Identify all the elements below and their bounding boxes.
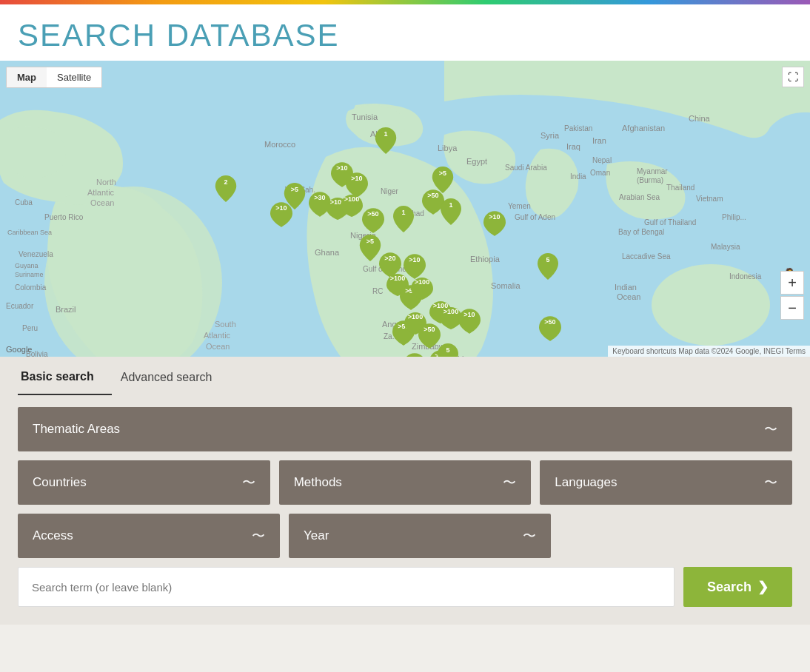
svg-text:Arabian Sea: Arabian Sea (619, 193, 660, 201)
thematic-areas-chevron: 〜 (764, 420, 777, 438)
svg-text:Bay of Bengal: Bay of Bengal (618, 228, 664, 236)
svg-text:Ocean: Ocean (617, 292, 640, 301)
svg-text:Oman: Oman (590, 169, 610, 177)
tab-advanced-search[interactable]: Advanced search (118, 357, 230, 395)
svg-text:RC: RC (372, 287, 383, 295)
map-pin[interactable]: >10 (483, 210, 506, 240)
map-pin[interactable]: >50 (362, 207, 384, 237)
languages-filter[interactable]: Languages 〜 (540, 460, 792, 505)
row-access-year: Access 〜 Year 〜 (18, 514, 792, 558)
svg-text:Afghanistan: Afghanistan (622, 124, 665, 132)
map-pin[interactable]: >10 (270, 201, 292, 231)
svg-text:Indonesia: Indonesia (729, 272, 762, 280)
map-attribution: Keyboard shortcuts Map data ©2024 Google… (608, 346, 810, 357)
svg-text:Libya: Libya (438, 144, 458, 152)
svg-text:Iraq: Iraq (566, 142, 580, 151)
map-pin[interactable]: 1 (392, 206, 415, 235)
map-pin[interactable]: >100 (341, 192, 363, 222)
map-pin[interactable]: 1 (440, 198, 462, 228)
svg-text:Thailand: Thailand (666, 184, 694, 192)
countries-filter[interactable]: Countries 〜 (18, 460, 270, 505)
access-label: Access (33, 528, 73, 543)
svg-text:Ethiopia: Ethiopia (470, 255, 501, 263)
search-input[interactable] (18, 567, 675, 607)
svg-text:Caribbean Sea: Caribbean Sea (7, 229, 52, 236)
svg-text:Ecuador: Ecuador (6, 302, 34, 310)
svg-text:Brazil: Brazil (56, 305, 76, 314)
methods-label: Methods (294, 475, 342, 490)
row-countries-methods-languages: Countries 〜 Methods 〜 Languages 〜 (18, 460, 792, 505)
svg-text:Atlantic: Atlantic (87, 188, 115, 197)
svg-text:Niger: Niger (381, 187, 399, 195)
svg-text:Puerto Rico: Puerto Rico (44, 213, 84, 221)
methods-filter[interactable]: Methods 〜 (279, 460, 532, 505)
svg-text:Egypt: Egypt (466, 157, 487, 166)
thematic-areas-label: Thematic Areas (33, 422, 120, 437)
svg-text:Gulf of Aden: Gulf of Aden (515, 213, 555, 221)
zoom-out-button[interactable]: − (780, 296, 804, 320)
svg-text:Somalia: Somalia (491, 281, 521, 290)
map-pin[interactable]: 5 (537, 253, 559, 283)
map-view-controls: Map Satellite (6, 67, 102, 88)
search-button[interactable]: Search ❯ (683, 567, 792, 607)
tab-basic-search[interactable]: Basic search (18, 357, 112, 395)
svg-text:Atlantic: Atlantic (204, 331, 231, 340)
thematic-areas-row: Thematic Areas 〜 (18, 407, 792, 451)
search-panel: Basic search Advanced search Thematic Ar… (0, 357, 810, 625)
google-logo: Google (6, 345, 32, 354)
svg-text:China: China (689, 114, 711, 123)
svg-text:Yemen: Yemen (508, 202, 531, 210)
page-title: SEARCH DATABASE (18, 18, 792, 53)
svg-text:Syria: Syria (540, 131, 560, 140)
map-pin[interactable]: >5 (359, 235, 381, 264)
map-pin[interactable]: 2 (215, 175, 237, 205)
svg-text:Saudi Arabia: Saudi Arabia (505, 164, 547, 172)
svg-text:Morocco: Morocco (264, 140, 295, 149)
svg-text:Gulf of Thailand: Gulf of Thailand (644, 218, 696, 226)
svg-text:Venezuela: Venezuela (19, 250, 53, 258)
year-label: Year (304, 528, 329, 543)
svg-text:India: India (570, 172, 586, 181)
svg-text:Suriname: Suriname (15, 271, 44, 278)
map-pin[interactable]: >50 (539, 315, 561, 345)
svg-text:(Burma): (Burma) (637, 176, 663, 184)
methods-chevron: 〜 (503, 474, 516, 491)
fullscreen-button[interactable]: ⛶ (782, 67, 804, 87)
svg-text:Tunisia: Tunisia (352, 112, 378, 121)
svg-text:Laccadive Sea: Laccadive Sea (622, 252, 671, 261)
languages-label: Languages (555, 475, 617, 490)
svg-text:Malaysia: Malaysia (711, 243, 740, 251)
svg-text:South: South (215, 320, 236, 329)
svg-text:Pakistan: Pakistan (564, 124, 592, 132)
search-button-label: Search (707, 579, 752, 595)
languages-chevron: 〜 (764, 474, 777, 491)
map-pin[interactable]: 5 (437, 343, 459, 357)
map-pin[interactable]: >10 (458, 308, 481, 337)
svg-text:Ocean: Ocean (90, 198, 114, 207)
access-filter[interactable]: Access 〜 (18, 514, 280, 558)
page-header: SEARCH DATABASE (0, 4, 810, 61)
svg-text:Iran: Iran (592, 136, 606, 145)
year-chevron: 〜 (523, 527, 536, 545)
svg-text:Vietnam: Vietnam (696, 195, 723, 203)
svg-text:Cuba: Cuba (15, 198, 33, 206)
svg-text:North: North (96, 178, 116, 187)
access-chevron: 〜 (252, 527, 265, 545)
svg-text:Indian: Indian (615, 283, 637, 292)
map-pin[interactable]: 1 (375, 127, 397, 157)
year-filter[interactable]: Year 〜 (289, 514, 551, 558)
search-input-row: Search ❯ (18, 567, 792, 607)
map-pin[interactable]: >20 (404, 352, 426, 357)
search-tabs: Basic search Advanced search (18, 357, 792, 395)
search-button-arrow: ❯ (757, 579, 769, 595)
satellite-view-button[interactable]: Satellite (47, 67, 101, 87)
map-view-button[interactable]: Map (7, 67, 47, 87)
zoom-in-button[interactable]: + (780, 271, 804, 295)
thematic-areas-filter[interactable]: Thematic Areas 〜 (18, 407, 792, 451)
svg-text:Peru: Peru (22, 324, 38, 332)
map-container: Tunisia Morocco Algeria Libya Egypt Syri… (0, 61, 810, 357)
countries-chevron: 〜 (242, 474, 255, 491)
svg-text:Guyana: Guyana (15, 262, 39, 269)
svg-text:Ocean: Ocean (206, 342, 230, 351)
svg-text:Nepal: Nepal (592, 156, 612, 164)
